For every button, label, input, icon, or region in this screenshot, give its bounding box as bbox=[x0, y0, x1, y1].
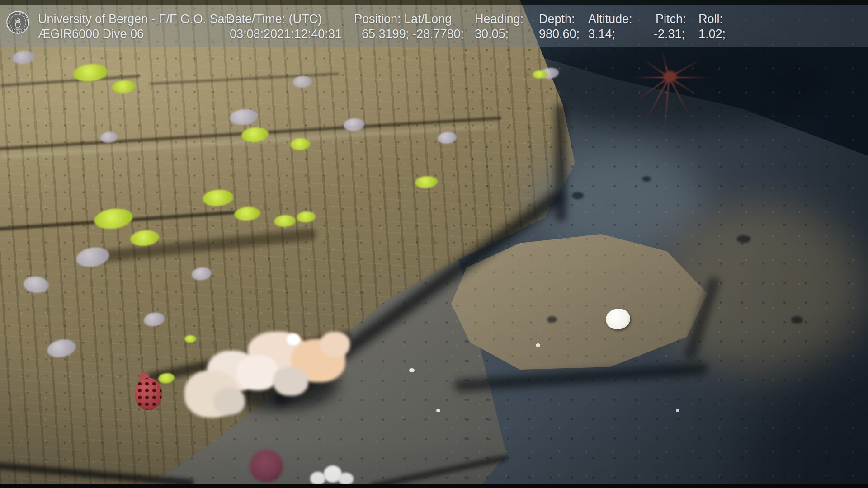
university-seal-icon: UNIVERSITAS BERGENSIS bbox=[6, 10, 30, 34]
hud-label-position: Position: Lat/Long bbox=[354, 12, 452, 26]
crinoid-arm bbox=[636, 77, 670, 101]
hud-value-heading: 30.05; bbox=[475, 27, 509, 41]
coral-fragment-blob bbox=[310, 472, 326, 485]
telemetry-overlay-bar: UNIVERSITAS BERGENSIS University of Berg… bbox=[0, 5, 868, 47]
coral-highlight bbox=[287, 333, 300, 345]
sponge-pores bbox=[135, 378, 162, 410]
hud-value-longitude: -28.7780; bbox=[412, 27, 464, 41]
seafloor-scene bbox=[0, 0, 868, 488]
debris-speck bbox=[676, 409, 679, 412]
sediment-pebble bbox=[572, 192, 584, 199]
sediment-pebble bbox=[737, 235, 750, 243]
sediment-pebble bbox=[547, 316, 557, 323]
debris-speck bbox=[409, 368, 415, 372]
hud-value-datetime: 03:08:2021:12:40:31 bbox=[230, 27, 342, 41]
hud-label-altitude: Altitude: bbox=[588, 12, 632, 26]
hud-value-latitude: 65.3199; bbox=[362, 27, 409, 41]
green-sponge-patch bbox=[533, 70, 547, 79]
hud-label-depth: Depth: bbox=[539, 12, 575, 26]
purple-anemone bbox=[250, 450, 283, 482]
sediment-pebble bbox=[791, 316, 803, 324]
hud-label-datetime: Date/Time: (UTC) bbox=[226, 12, 322, 26]
coral-fragment-blob bbox=[338, 473, 354, 485]
hud-value-pitch: -2.31; bbox=[654, 27, 685, 41]
coral-colony bbox=[184, 329, 356, 424]
hud-label-pitch: Pitch: bbox=[656, 12, 686, 26]
coral-branch-blob bbox=[213, 388, 245, 415]
rock-edge-shadow bbox=[555, 104, 566, 221]
hud-label-heading: Heading: bbox=[475, 12, 524, 26]
bottom-frame-strip bbox=[0, 484, 868, 488]
red-crinoid bbox=[631, 43, 717, 138]
vessel-title: University of Bergen - F/F G.O. Sars bbox=[38, 12, 235, 26]
hud-value-depth: 980.60; bbox=[539, 27, 580, 41]
dive-title: ÆGIR6000 Dive 06 bbox=[38, 27, 144, 41]
red-sponge-ball bbox=[134, 371, 165, 412]
coral-branch-blob bbox=[237, 355, 278, 390]
crinoid-body bbox=[663, 71, 677, 82]
coral-branch-blob bbox=[273, 367, 308, 396]
coral-branch-blob bbox=[320, 332, 350, 357]
top-frame-strip bbox=[0, 0, 868, 5]
hud-value-roll: 1.02; bbox=[698, 27, 726, 41]
sediment-pebble bbox=[642, 176, 651, 182]
rov-video-frame: UNIVERSITAS BERGENSIS University of Berg… bbox=[0, 0, 868, 488]
university-of-bergen-logo: UNIVERSITAS BERGENSIS bbox=[6, 10, 30, 34]
debris-speck bbox=[436, 409, 440, 412]
debris-speck bbox=[536, 343, 540, 347]
hud-label-roll: Roll: bbox=[698, 12, 723, 26]
hud-value-altitude: 3.14; bbox=[588, 27, 615, 41]
